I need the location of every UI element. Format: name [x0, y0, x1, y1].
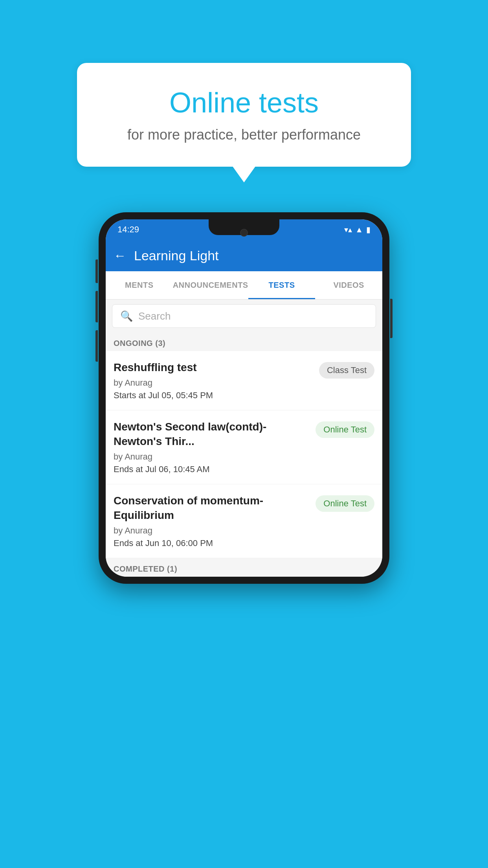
- phone-screen: 14:29 ▾▴ ▲ ▮ ← Learning Light MENTS ANNO…: [106, 219, 382, 577]
- test-item-1[interactable]: Reshuffling test by Anurag Starts at Jul…: [106, 351, 382, 410]
- ongoing-section-header: ONGOING (3): [106, 333, 382, 351]
- battery-icon: ▮: [366, 225, 371, 234]
- search-icon: 🔍: [120, 310, 133, 322]
- badge-class-test-1: Class Test: [319, 362, 374, 379]
- volume-down-button: [95, 291, 98, 322]
- test-info-2: Newton's Second law(contd)-Newton's Thir…: [114, 420, 309, 474]
- test-name-2: Newton's Second law(contd)-Newton's Thir…: [114, 420, 309, 449]
- phone-outer: 14:29 ▾▴ ▲ ▮ ← Learning Light MENTS ANNO…: [99, 212, 389, 584]
- test-author-2: by Anurag: [114, 452, 309, 462]
- app-title: Learning Light: [134, 248, 219, 263]
- test-time-1: Starts at Jul 05, 05:45 PM: [114, 390, 313, 401]
- test-item-2[interactable]: Newton's Second law(contd)-Newton's Thir…: [106, 410, 382, 484]
- phone-mockup: 14:29 ▾▴ ▲ ▮ ← Learning Light MENTS ANNO…: [99, 212, 389, 584]
- test-info-3: Conservation of momentum-Equilibrium by …: [114, 494, 309, 548]
- bubble-title: Online tests: [108, 86, 380, 119]
- status-time: 14:29: [117, 224, 139, 235]
- phone-notch: [209, 219, 279, 235]
- test-author-3: by Anurag: [114, 526, 309, 536]
- power-button-left: [95, 330, 98, 362]
- tabs-bar: MENTS ANNOUNCEMENTS TESTS VIDEOS: [106, 271, 382, 300]
- promo-bubble: Online tests for more practice, better p…: [77, 63, 411, 167]
- search-input[interactable]: Search: [138, 310, 171, 322]
- tab-announcements[interactable]: ANNOUNCEMENTS: [173, 271, 248, 299]
- tab-ments[interactable]: MENTS: [106, 271, 173, 299]
- tab-videos[interactable]: VIDEOS: [315, 271, 382, 299]
- search-bar[interactable]: 🔍 Search: [112, 304, 376, 328]
- test-item-3[interactable]: Conservation of momentum-Equilibrium by …: [106, 484, 382, 558]
- signal-icon: ▲: [355, 225, 363, 234]
- test-info-1: Reshuffling test by Anurag Starts at Jul…: [114, 360, 313, 401]
- search-container: 🔍 Search: [106, 300, 382, 333]
- power-button-right: [390, 299, 393, 338]
- back-button[interactable]: ←: [114, 248, 126, 263]
- completed-section-header: COMPLETED (1): [106, 558, 382, 577]
- front-camera: [240, 229, 248, 237]
- badge-online-test-3: Online Test: [316, 495, 374, 512]
- test-list: Reshuffling test by Anurag Starts at Jul…: [106, 351, 382, 558]
- status-icons: ▾▴ ▲ ▮: [344, 225, 371, 234]
- test-name-3: Conservation of momentum-Equilibrium: [114, 494, 309, 522]
- bubble-subtitle: for more practice, better performance: [108, 127, 380, 143]
- test-time-3: Ends at Jun 10, 06:00 PM: [114, 538, 309, 548]
- test-time-2: Ends at Jul 06, 10:45 AM: [114, 464, 309, 474]
- test-name-1: Reshuffling test: [114, 360, 313, 375]
- tab-tests[interactable]: TESTS: [248, 271, 316, 299]
- volume-up-button: [95, 259, 98, 283]
- test-author-1: by Anurag: [114, 378, 313, 388]
- app-bar: ← Learning Light: [106, 240, 382, 271]
- bubble-card: Online tests for more practice, better p…: [77, 63, 411, 167]
- badge-online-test-2: Online Test: [316, 421, 374, 438]
- wifi-icon: ▾▴: [344, 225, 352, 234]
